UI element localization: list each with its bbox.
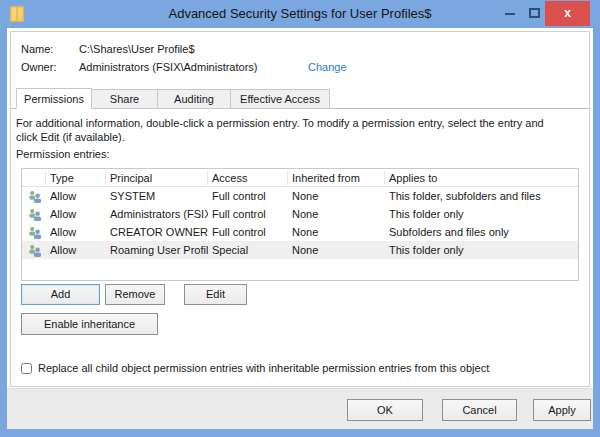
content-panel: Name: C:\Shares\User Profile$ Owner: Adm…	[10, 31, 590, 387]
advanced-security-settings-dialog: Advanced Security Settings for User Prof…	[0, 0, 600, 437]
table-header-row: Type Principal Access Inherited from App…	[22, 169, 578, 187]
users-icon	[28, 226, 42, 240]
remove-button[interactable]: Remove	[105, 284, 165, 305]
cell-type: Allow	[46, 223, 106, 241]
users-icon	[28, 208, 42, 222]
users-icon	[28, 190, 42, 204]
cell-principal: Administrators (FSIX\...	[106, 205, 208, 223]
cell-access: Full control	[208, 205, 288, 223]
tab-permissions[interactable]: Permissions	[16, 88, 92, 109]
cell-access: Special	[208, 241, 288, 259]
table-row[interactable]: Allow Administrators (FSIX\... Full cont…	[22, 205, 578, 223]
edit-button[interactable]: Edit	[184, 284, 247, 305]
cell-type: Allow	[46, 205, 106, 223]
maximize-icon[interactable]	[529, 8, 540, 18]
name-label: Name:	[21, 43, 53, 55]
name-value: C:\Shares\User Profile$	[79, 43, 195, 55]
cell-applies-to: This folder only	[385, 241, 578, 259]
cell-applies-to: Subfolders and files only	[385, 223, 578, 241]
cell-applies-to: This folder only	[385, 205, 578, 223]
ok-button[interactable]: OK	[347, 399, 423, 421]
cell-applies-to: This folder, subfolders and files	[385, 187, 578, 205]
cell-inherited-from: None	[288, 223, 385, 241]
column-header-principal[interactable]: Principal	[106, 171, 208, 185]
enable-inheritance-button[interactable]: Enable inheritance	[21, 313, 158, 335]
cell-inherited-from: None	[288, 205, 385, 223]
icon-column-header	[22, 171, 46, 185]
column-header-access[interactable]: Access	[208, 171, 288, 185]
permission-entries-table: Type Principal Access Inherited from App…	[21, 168, 579, 281]
tab-effective-access[interactable]: Effective Access	[231, 89, 330, 109]
cell-inherited-from: None	[288, 187, 385, 205]
column-header-type[interactable]: Type	[46, 171, 106, 185]
table-row-selected[interactable]: Allow Roaming User Profile... Special No…	[22, 241, 578, 259]
add-button[interactable]: Add	[21, 284, 100, 305]
dialog-footer: OK Cancel Apply	[7, 388, 593, 429]
apply-button[interactable]: Apply	[533, 399, 591, 421]
owner-label: Owner:	[21, 61, 56, 73]
table-row[interactable]: Allow CREATOR OWNER Full control None Su…	[22, 223, 578, 241]
change-owner-link[interactable]: Change	[308, 61, 347, 73]
title-bar: Advanced Security Settings for User Prof…	[0, 0, 600, 28]
close-icon[interactable]: x	[545, 1, 590, 26]
table-row[interactable]: Allow SYSTEM Full control None This fold…	[22, 187, 578, 205]
permission-entries-label: Permission entries:	[16, 148, 110, 160]
cell-principal: Roaming User Profile...	[106, 241, 208, 259]
tab-share[interactable]: Share	[92, 89, 158, 109]
cell-type: Allow	[46, 241, 106, 259]
replace-permissions-checkbox[interactable]	[21, 363, 32, 374]
cell-principal: CREATOR OWNER	[106, 223, 208, 241]
replace-permissions-label: Replace all child object permission entr…	[38, 362, 489, 374]
tab-auditing[interactable]: Auditing	[158, 89, 231, 109]
cell-inherited-from: None	[288, 241, 385, 259]
cell-principal: SYSTEM	[106, 187, 208, 205]
cell-type: Allow	[46, 187, 106, 205]
cell-access: Full control	[208, 187, 288, 205]
owner-value: Administrators (FSIX\Administrators)	[79, 61, 257, 73]
column-header-applies-to[interactable]: Applies to	[385, 171, 578, 185]
cancel-button[interactable]: Cancel	[442, 399, 517, 421]
users-icon	[28, 244, 42, 258]
column-header-inherited-from[interactable]: Inherited from	[288, 171, 385, 185]
dialog-client-area: Name: C:\Shares\User Profile$ Owner: Adm…	[7, 28, 593, 429]
tab-strip: Permissions Share Auditing Effective Acc…	[11, 88, 589, 109]
replace-permissions-row: Replace all child object permission entr…	[21, 362, 489, 374]
cell-access: Full control	[208, 223, 288, 241]
minimize-icon[interactable]	[505, 13, 515, 15]
instruction-text: For additional information, double-click…	[16, 116, 564, 144]
